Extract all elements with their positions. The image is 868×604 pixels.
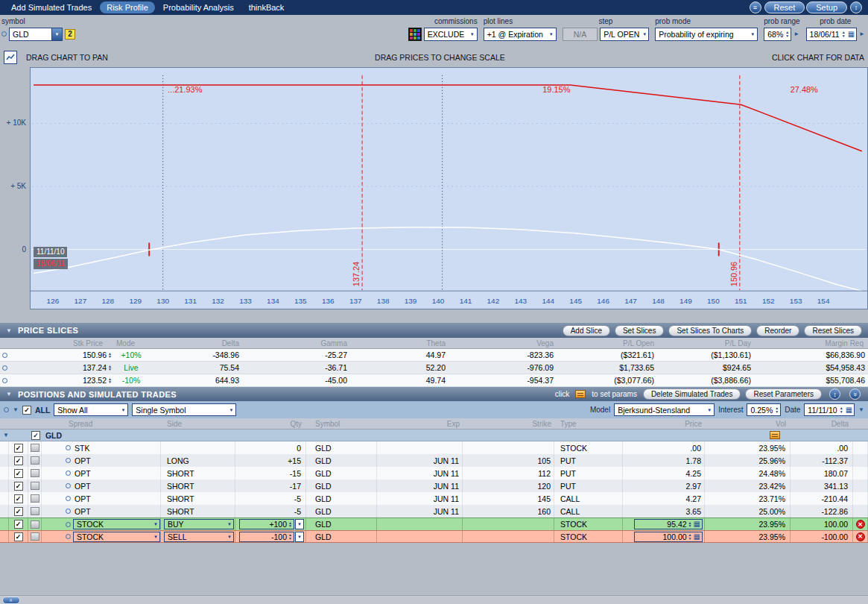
bottom-scrollbar[interactable]: » xyxy=(0,595,868,604)
prob-range-expand-icon[interactable]: ► xyxy=(793,31,799,37)
prob-date-expand-icon[interactable]: ► xyxy=(859,31,865,37)
set-slices-to-charts-button[interactable]: Set Slices To Charts xyxy=(668,325,752,336)
side-dropdown[interactable]: SELL▼ xyxy=(164,532,234,542)
expand-triangle-icon[interactable]: ▼ xyxy=(13,406,19,413)
date-expand-icon[interactable]: ▼ xyxy=(858,406,864,413)
row-checkbox[interactable]: ✓ xyxy=(14,494,23,503)
column-header-stk-price[interactable]: Stk Price xyxy=(9,339,113,347)
spinner-arrows-icon[interactable]: ▲▼ xyxy=(108,377,112,384)
row-checkbox[interactable]: ✓ xyxy=(14,482,23,491)
row-checkbox[interactable]: ✓ xyxy=(14,444,23,453)
remove-trade-button[interactable]: ✕ xyxy=(856,532,865,541)
reorder-button[interactable]: Reorder xyxy=(756,325,799,336)
row-grip-button[interactable] xyxy=(31,444,39,452)
spinner-arrows-icon[interactable]: ▲▼ xyxy=(288,521,292,528)
link-badge[interactable]: 2 xyxy=(65,29,75,40)
step-select[interactable]: P/L OPEN▼ xyxy=(600,28,649,41)
interest-input[interactable]: 0.25%▲▼ xyxy=(747,403,781,416)
row-checkbox[interactable]: ✓ xyxy=(14,456,23,465)
row-grip-button[interactable] xyxy=(31,494,39,503)
column-header-gamma[interactable]: Gamma xyxy=(242,339,350,347)
collapse-panel-icon[interactable]: » xyxy=(849,388,861,400)
spinner-arrows-icon[interactable]: ▲▼ xyxy=(108,352,112,359)
column-header-delta[interactable]: Delta xyxy=(149,339,242,347)
calendar-icon[interactable]: ▦ xyxy=(848,31,855,38)
calendar-icon[interactable]: ▦ xyxy=(846,406,852,414)
set-params-icon[interactable] xyxy=(770,431,780,439)
price-link-icon[interactable]: ▦ xyxy=(694,533,700,541)
spread-dropdown[interactable]: STOCK▼ xyxy=(73,519,160,529)
column-header-p-l-open[interactable]: P/L Open xyxy=(557,339,657,347)
price-input[interactable]: 95.42▲▼▦ xyxy=(634,519,703,529)
single-symbol-select[interactable]: Single Symbol▼ xyxy=(132,403,236,416)
tab-risk-profile[interactable]: Risk Profile xyxy=(100,1,155,13)
column-header-exp[interactable]: Exp xyxy=(377,420,463,428)
row-grip-button[interactable] xyxy=(31,456,39,465)
tab-thinkback[interactable]: thinkBack xyxy=(242,1,291,13)
column-header-price[interactable]: Price xyxy=(623,420,705,428)
collapse-triangle-icon[interactable]: ▼ xyxy=(6,391,12,397)
row-checkbox[interactable]: ✓ xyxy=(14,532,23,541)
column-header-theta[interactable]: Theta xyxy=(350,339,449,347)
show-all-select[interactable]: Show All▼ xyxy=(54,403,128,416)
price-input[interactable]: 100.00▲▼▦ xyxy=(634,532,703,542)
row-checkbox[interactable]: ✓ xyxy=(14,507,23,516)
chart-style-button[interactable] xyxy=(4,51,17,64)
scroll-up-down-icon[interactable]: ↕ xyxy=(829,388,840,400)
price-link-icon[interactable]: ▦ xyxy=(694,520,700,528)
stk-price-cell[interactable]: 150.96▲▼ xyxy=(9,350,113,359)
side-dropdown[interactable]: BUY▼ xyxy=(164,519,234,529)
column-header-type[interactable]: Type xyxy=(554,420,623,428)
row-checkbox[interactable]: ✓ xyxy=(14,469,23,478)
column-header-spread[interactable]: Spread xyxy=(42,420,161,428)
model-select[interactable]: Bjerksund-Stensland▼ xyxy=(614,403,715,416)
tab-add-simulated-trades[interactable]: Add Simulated Trades xyxy=(4,1,98,13)
prob-range-input[interactable]: 68%▲▼ xyxy=(764,28,791,41)
spinner-arrows-icon[interactable]: ▲▼ xyxy=(842,31,846,37)
column-header-delta[interactable]: Delta xyxy=(791,420,853,428)
row-checkbox[interactable]: ✓ xyxy=(14,520,23,529)
reset-button[interactable]: Reset xyxy=(764,1,805,13)
row-grip-button[interactable] xyxy=(31,482,39,490)
column-header-mode[interactable]: Mode xyxy=(113,339,149,347)
column-header-p-l-day[interactable]: P/L Day xyxy=(657,339,754,347)
y-axis-labels[interactable]: + 10K + 5K 0 xyxy=(0,67,30,309)
qty-input[interactable]: +100▲▼ xyxy=(239,519,294,529)
spinner-arrows-icon[interactable]: ▲▼ xyxy=(288,533,292,540)
spinner-arrows-icon[interactable]: ▲▼ xyxy=(785,31,789,37)
delete-simulated-trades-button[interactable]: Delete Simulated Trades xyxy=(643,388,741,400)
remove-trade-button[interactable]: ✕ xyxy=(856,520,865,529)
layout-grid-icon[interactable] xyxy=(408,28,422,41)
chart-plot-area[interactable]: 137.24150.96...21.93%19.15%27.48%1261271… xyxy=(30,67,868,309)
prob-date-input[interactable]: 18/06/11▲▼▦ xyxy=(806,28,858,41)
column-header-margin-req[interactable]: Margin Req xyxy=(754,339,868,347)
link-ring-icon[interactable] xyxy=(4,407,9,412)
row-grip-button[interactable] xyxy=(31,469,39,477)
setup-button[interactable]: Setup xyxy=(806,1,847,13)
reset-slices-button[interactable]: Reset Slices xyxy=(804,325,862,336)
mode-cell[interactable]: Live xyxy=(113,363,149,372)
expand-panel-button[interactable]: » xyxy=(2,597,20,604)
symbol-dropdown-icon[interactable]: ▼ xyxy=(52,28,63,41)
prob-mode-select[interactable]: Probability of expiring▼ xyxy=(655,28,758,41)
stk-price-cell[interactable]: 137.24▲▼ xyxy=(9,363,113,372)
column-header-strike[interactable]: Strike xyxy=(463,420,554,428)
spinner-arrows-icon[interactable]: ▲▼ xyxy=(108,365,112,371)
symbol-group-row[interactable]: ▼ ✓ GLD xyxy=(0,430,868,441)
group-checkbox[interactable]: ✓ xyxy=(31,431,40,440)
row-grip-button[interactable] xyxy=(31,507,39,515)
mode-cell[interactable]: -10% xyxy=(113,376,149,385)
column-header-symbol[interactable]: Symbol xyxy=(306,420,377,428)
collapse-triangle-icon[interactable]: ▼ xyxy=(6,327,12,334)
column-header-side[interactable]: Side xyxy=(161,420,235,428)
spinner-arrows-icon[interactable]: ▲▼ xyxy=(688,533,692,540)
date-input[interactable]: 11/11/10▲▼▦ xyxy=(804,403,855,416)
detach-icon[interactable]: ↕ xyxy=(850,1,862,13)
reset-parameters-button[interactable]: Reset Parameters xyxy=(745,388,822,400)
tab-probability-analysis[interactable]: Probability Analysis xyxy=(156,1,241,13)
qty-input[interactable]: -100▲▼ xyxy=(239,532,294,542)
stk-price-cell[interactable]: 123.52▲▼ xyxy=(9,376,113,385)
row-grip-button[interactable] xyxy=(31,520,39,529)
spread-dropdown[interactable]: STOCK▼ xyxy=(73,532,160,542)
commissions-select[interactable]: EXCLUDE▼ xyxy=(424,28,478,41)
